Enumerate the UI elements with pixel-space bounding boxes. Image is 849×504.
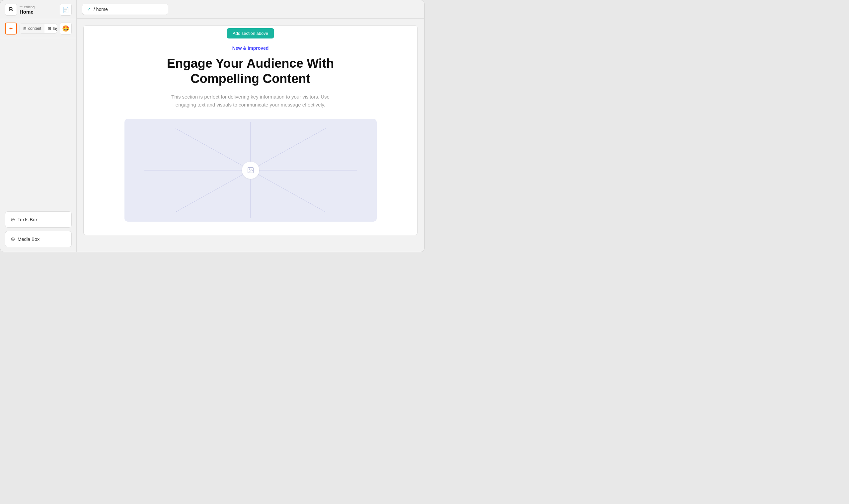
add-button[interactable]: + (5, 22, 17, 35)
svg-point-9 (249, 169, 250, 170)
texts-box-label: Texts Box (18, 217, 38, 222)
add-section-bar: Add section above (227, 28, 274, 38)
url-bar: ✓ / home (82, 4, 168, 15)
hero-title: Engage Your Audience With Compelling Con… (158, 56, 343, 86)
left-toolbar: + ⊟ content ⊞ layout 🤩 (0, 19, 76, 38)
canvas-frame: Add section above New & Improved Engage … (83, 25, 418, 235)
doc-button[interactable]: 📄 (60, 4, 72, 16)
content-layout-tabs: ⊟ content ⊞ layout (20, 23, 57, 34)
texts-plus-icon: ⊕ (11, 216, 15, 223)
layout-tab-label: layout (53, 26, 57, 31)
svg-line-4 (176, 128, 251, 170)
canvas-area[interactable]: Add section above New & Improved Engage … (77, 19, 424, 252)
editing-info: ✏ editing Home (20, 5, 35, 15)
brand-section: B ✏ editing Home (5, 4, 35, 16)
main-header: ✓ / home (77, 0, 424, 19)
pencil-icon: ✏ (20, 5, 22, 9)
media-box-button[interactable]: ⊕ Media Box (5, 231, 72, 247)
image-icon (247, 166, 254, 174)
hero-desc: This section is perfect for delivering k… (164, 93, 337, 109)
svg-line-7 (176, 170, 251, 212)
layout-tab-icon: ⊞ (48, 26, 51, 31)
add-section-label: Add section above (233, 31, 268, 36)
avatar-button[interactable]: 🤩 (60, 22, 72, 35)
media-plus-icon: ⊕ (11, 236, 15, 242)
content-section: New & Improved Engage Your Audience With… (84, 25, 417, 235)
left-panel: B ✏ editing Home 📄 + ⊟ content (0, 0, 77, 252)
add-section-button[interactable]: Add section above (227, 28, 274, 38)
left-bottom: ⊕ Texts Box ⊕ Media Box (0, 207, 76, 252)
media-box-label: Media Box (18, 237, 39, 242)
editing-label: ✏ editing (20, 5, 35, 9)
main-area: ✓ / home Add section above New & Improve… (77, 0, 424, 252)
brand-box: B (5, 4, 17, 16)
texts-box-button[interactable]: ⊕ Texts Box (5, 211, 72, 228)
content-tab-icon: ⊟ (23, 26, 26, 31)
url-text: / home (93, 7, 108, 12)
tab-layout[interactable]: ⊞ layout (45, 24, 57, 33)
doc-icon: 📄 (63, 7, 69, 13)
image-icon-center (242, 162, 259, 179)
content-tab-label: content (28, 26, 41, 31)
svg-line-5 (251, 170, 325, 212)
brand-letter: B (9, 7, 13, 13)
page-title: Home (20, 9, 35, 15)
image-placeholder (124, 119, 377, 222)
new-improved-label: New & Improved (232, 46, 269, 51)
check-icon: ✓ (87, 7, 91, 12)
plus-icon: + (9, 25, 13, 32)
avatar-icon: 🤩 (62, 25, 69, 32)
svg-line-6 (251, 128, 325, 170)
tab-content[interactable]: ⊟ content (20, 24, 45, 33)
left-content-area (0, 38, 76, 207)
left-header: B ✏ editing Home 📄 (0, 0, 76, 19)
